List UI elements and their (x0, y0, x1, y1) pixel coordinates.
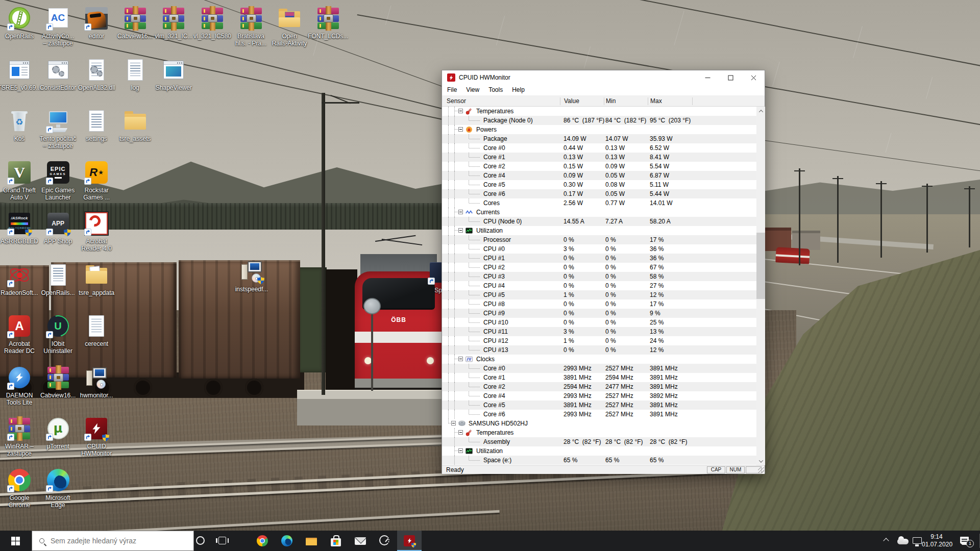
desktop-icon-cerecent[interactable]: cerecent (77, 314, 116, 347)
desktop-icon-tsre-appdata[interactable]: tsre_appdata (77, 263, 116, 296)
desktop-icon-epic-games-launcher[interactable]: EPICGAMESEpic GamesLauncher (39, 160, 78, 201)
collapse-toggle[interactable] (458, 127, 463, 132)
desktop-icon-font-lcds[interactable]: FONT_LCDs... (309, 6, 348, 40)
desktop-icon-tsre5-v0-69[interactable]: TSRE5_v0.69... (0, 58, 39, 91)
column-separator[interactable] (560, 97, 560, 105)
sensor-row-package-node-0-1[interactable]: Package (Node 0)86 °C (187 °F)84 °C (182… (442, 116, 756, 125)
sensor-row-core-6-9[interactable]: Core #60.17 W0.05 W5.44 W (442, 189, 756, 198)
device-row-samsung-hd502hj-34[interactable]: SAMSUNG HD502HJ (442, 419, 756, 428)
sensor-row-cpu-9-22[interactable]: CPU #90 %0 %9 % (442, 309, 756, 318)
sensor-row-cpu-3-18[interactable]: CPU #30 %0 %58 % (442, 272, 756, 281)
desktop-icon-grand-theft-auto-v[interactable]: VGrand TheftAuto V (0, 160, 39, 201)
desktop-icon-openrails[interactable]: OpenRails... (39, 263, 78, 296)
sensor-row-currents-11[interactable]: Currents (442, 208, 756, 217)
column-header-sensor[interactable]: Sensor (447, 97, 466, 105)
taskbar-app-hwmonitor[interactable] (397, 531, 422, 551)
desktop-icon-open-rails-aktivity[interactable]: OpenRails-Aktivity (270, 6, 309, 47)
desktop-icon-consisteditor[interactable]: ConsistEditor (39, 58, 78, 91)
column-separator[interactable] (692, 97, 693, 105)
sensor-row-core-5-32[interactable]: Core #53891 MHz2527 MHz3891 MHz (442, 400, 756, 410)
scrollbar-thumb[interactable] (756, 233, 765, 299)
sensor-row-core-0-4[interactable]: Core #00.44 W0.13 W6.52 W (442, 143, 756, 153)
tray-chevron-icon[interactable] (883, 538, 889, 543)
sensor-row-core-1-29[interactable]: Core #13891 MHz2594 MHz3891 MHz (442, 373, 756, 382)
menu-item-file[interactable]: File (443, 85, 461, 95)
sensor-row-package-3[interactable]: Package14.09 W14.07 W35.93 W (442, 134, 756, 143)
desktop-icon-rockstar-games[interactable]: R★RockstarGames ... (77, 160, 116, 201)
desktop-icon-cpuid-hwmonitor[interactable]: CPUIDHWMonitor (77, 416, 116, 457)
sensor-row-cpu-1-16[interactable]: CPU #10 %0 %36 % (442, 254, 756, 263)
sensor-row-cpu-2-17[interactable]: CPU #20 %0 %67 % (442, 263, 756, 272)
sensor-row-core-0-28[interactable]: Core #02993 MHz2527 MHz3891 MHz (442, 364, 756, 373)
desktop-icon-vl-321-ic580[interactable]: vl_321_IC580 (193, 6, 232, 40)
desktop-icon-radeonsoft[interactable]: RadeonSoft... (0, 263, 39, 296)
sensor-row-cpu-10-23[interactable]: CPU #100 %0 %25 % (442, 318, 756, 327)
column-separator[interactable] (604, 97, 604, 105)
close-button[interactable] (742, 70, 765, 85)
scroll-down-arrow[interactable] (756, 457, 765, 465)
desktop-icon-tsre-assets[interactable]: tsre_assets (116, 109, 155, 142)
desktop-icon-bratislava-hl-s-pra[interactable]: Bratislavahl.s. - Pra... (232, 6, 271, 47)
sensor-row-assembly-36[interactable]: Assembly28 °C (82 °F)28 °C (82 °F)28 °C … (442, 437, 756, 446)
onedrive-cloud-icon[interactable] (897, 539, 909, 544)
collapse-toggle[interactable] (458, 357, 463, 361)
desktop-icon-instspeedf[interactable]: instspeedf... (232, 259, 271, 293)
desktop-icon-torrent[interactable]: µμTorrent (39, 416, 78, 450)
collapse-toggle[interactable] (451, 421, 456, 425)
desktop-icon-winrar-z-stupce[interactable]: WinRAR –zástupce (0, 416, 39, 457)
desktop-icon-vlm-321-ic[interactable]: vlm_321_IC... (154, 6, 193, 40)
desktop-icon-openal32-dll[interactable]: OpenAL32.dll (77, 58, 116, 91)
resize-grip[interactable] (758, 467, 764, 473)
taskbar-app-mail[interactable] (348, 531, 373, 551)
desktop-icon-microsoft-edge[interactable]: MicrosoftEdge (39, 468, 78, 509)
sensor-row-utilization-13[interactable]: Utilization (442, 226, 756, 235)
desktop-icon-asrrgbled[interactable]: /ASRockPOLYCHROMEASRRGBLED (0, 211, 39, 245)
sensor-row-core-4-31[interactable]: Core #42993 MHz2527 MHz3892 MHz (442, 391, 756, 400)
sensor-row-temperatures-35[interactable]: Temperatures (442, 428, 756, 437)
sensor-row-core-1-5[interactable]: Core #10.13 W0.13 W8.41 W (442, 153, 756, 162)
desktop-icon-acrobat-reader-4-0[interactable]: AcrobatReader 4.0 (77, 211, 116, 252)
desktop-icon-acrobat-reader-dc[interactable]: AAcrobatReader DC (0, 314, 39, 355)
collapse-toggle[interactable] (458, 109, 463, 113)
sensor-row-core-6-33[interactable]: Core #62993 MHz2527 MHz3891 MHz (442, 410, 756, 419)
taskbar-app-explorer[interactable] (299, 531, 324, 551)
desktop-icon-log[interactable]: log (116, 58, 155, 91)
desktop-icon-iobit-uninstaller[interactable]: UIObitUninstaller (39, 314, 78, 355)
desktop-icon-cabview16[interactable]: Cabview16... (39, 365, 78, 399)
sensor-row-space-e-38[interactable]: Space (e:)65 %65 %65 % (442, 456, 756, 465)
desktop-icon-tento-po-ta-z-stupce[interactable]: Tento počítač– zástupce (39, 109, 78, 149)
collapse-toggle[interactable] (458, 448, 463, 453)
sensor-row-core-2-30[interactable]: Core #22594 MHz2477 MHz3891 MHz (442, 382, 756, 391)
taskbar-app-chrome[interactable] (250, 531, 275, 551)
maximize-button[interactable] (719, 70, 742, 85)
sensor-row-core-2-6[interactable]: Core #20.15 W0.09 W5.54 W (442, 162, 756, 171)
sensor-row-cores-10[interactable]: Cores2.56 W0.77 W14.01 W (442, 198, 756, 208)
desktop-icon-hwmonitor[interactable]: hwmonitor... (77, 365, 116, 399)
menu-item-help[interactable]: Help (508, 85, 529, 95)
network-icon[interactable] (913, 537, 922, 544)
search-input[interactable] (50, 536, 182, 545)
sensor-row-temperatures-0[interactable]: Temperatures (442, 107, 756, 116)
task-view-icon[interactable] (218, 537, 226, 544)
collapse-toggle[interactable] (458, 210, 463, 214)
minimize-button[interactable] (696, 70, 719, 85)
cortana-icon[interactable] (196, 536, 205, 545)
sensor-row-cpu-4-19[interactable]: CPU #40 %0 %27 % (442, 281, 756, 290)
sensor-row-cpu-13-26[interactable]: CPU #130 %0 %12 % (442, 345, 756, 355)
desktop-icon-openrails[interactable]: OpenRails (0, 6, 39, 40)
sensor-row-powers-2[interactable]: Powers (442, 125, 756, 134)
column-header-min[interactable]: Min (606, 97, 616, 105)
scroll-up-arrow[interactable] (756, 107, 765, 115)
desktop-icon-google-chrome[interactable]: GoogleChrome (0, 468, 39, 509)
title-bar[interactable]: CPUID HWMonitor (442, 70, 765, 85)
tray-clock[interactable]: 9:14 01.07.2020 (922, 533, 951, 548)
sensor-row-processor-14[interactable]: Processor0 %0 %17 % (442, 235, 756, 244)
desktop-icon-settings[interactable]: settings (77, 109, 116, 142)
sensor-row-cpu-8-21[interactable]: CPU #80 %0 %17 % (442, 299, 756, 309)
collapse-toggle[interactable] (458, 228, 463, 233)
start-button[interactable] (0, 531, 31, 551)
sensor-row-cpu-5-20[interactable]: CPU #51 %0 %12 % (442, 290, 756, 299)
menu-item-view[interactable]: View (462, 85, 483, 95)
sensor-row-cpu-12-25[interactable]: CPU #121 %0 %24 % (442, 336, 756, 345)
sensor-row-utilization-37[interactable]: Utilization (442, 446, 756, 456)
